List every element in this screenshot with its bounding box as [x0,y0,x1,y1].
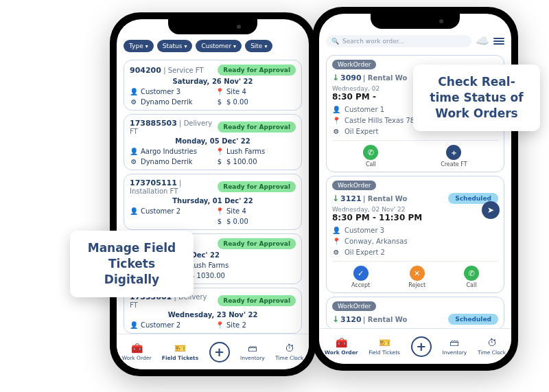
work-order-card[interactable]: WorkOrder ↓3120 | Rental Wo Scheduled [326,297,504,328]
plus-icon: ＋ [446,145,461,160]
site: Site 4 [226,207,246,215]
ticket-date: 01 Dec' 22 [179,249,296,261]
pin-icon: 📍 [215,321,224,329]
person-icon: 👤 [332,105,340,113]
briefcase-icon: 🧰 [335,337,347,348]
check-icon: ✓ [353,266,369,281]
create-ft-action[interactable]: ＋Create FT [441,145,467,168]
call-action[interactable]: ✆Call [363,145,378,168]
status-badge: Ready for Approval [218,181,296,192]
expert: Oil Expert 2 [344,249,385,256]
amount: $ 0.00 [226,98,248,106]
customer: Customer 3 [344,227,384,234]
nav-work-order[interactable]: 🧰Work Order [122,343,152,361]
pin-icon: 📍 [332,237,340,245]
chevron-down-icon: ▾ [233,43,236,49]
filter-row: Type▾ Status▾ Customer▾ Site▾ [117,37,309,56]
wo-tag: WorkOrder [332,60,376,69]
wo-id-row: ↓3120 | Rental Wo [332,314,407,324]
call-action[interactable]: ✆Call [464,266,479,288]
nav-field-tickets[interactable]: 🎫Field Tickets [369,337,400,356]
add-button[interactable]: + [411,336,432,357]
work-order-card[interactable]: WorkOrder ➤ ↓3121 | Rental Wo Scheduled … [326,176,504,293]
amount: $ 100.00 [226,158,257,165]
search-row: 🔍 Search work order... ☁️ [319,32,511,51]
gear-icon: ⚙ [130,97,138,106]
chip-label: Status [163,43,183,49]
bottom-nav: 🧰Work Order 🎫Field Tickets + 🗃Inventory … [117,334,309,369]
menu-icon[interactable] [493,38,504,45]
nav-inventory[interactable]: 🗃Inventory [442,337,467,356]
customer: Customer 2 [141,207,180,215]
site: Lush Farms [190,262,229,269]
filter-customer[interactable]: Customer▾ [196,40,242,52]
wo-id-row: ↓3090 | Rental Wo [332,73,407,82]
wo-id-row: ↓3121 | Rental Wo [332,194,407,203]
phone-work-orders: 🔍 Search work order... ☁️ WorkOrder ↓309… [312,7,518,371]
dollar-icon: $ [215,157,224,165]
ticket-type: | Service FT [163,67,203,74]
ticket-card[interactable]: 904200 | Service FT Ready for Approval S… [124,60,302,111]
action-row: ✓Accept ✕Reject ✆Call [332,261,498,288]
nav-time-clock[interactable]: ⏱Time Clock [478,337,506,356]
status-badge: Ready for Approval [218,65,296,76]
ticket-id: 904200 [130,66,161,75]
nav-time-clock[interactable]: ⏱Time Clock [275,343,303,361]
nav-inventory[interactable]: 🗃Inventory [240,343,265,361]
arrow-down-icon: ↓ [332,73,339,82]
callout-manage-tickets: Manage Field Tickets Digitally [70,231,194,297]
ticket-icon: 🎫 [378,337,390,348]
inventory-icon: 🗃 [448,337,460,348]
chip-label: Customer [201,43,231,49]
ticket-card[interactable]: 173885503 | Delivery FT Ready for Approv… [124,114,302,170]
ticket-id: 173885503 [130,119,177,128]
content-area: 🔍 Search work order... ☁️ WorkOrder ↓309… [319,14,511,328]
chevron-down-icon: ▾ [264,43,267,49]
briefcase-icon: 🧰 [130,343,143,354]
nav-work-order[interactable]: 🧰Work Order [325,337,358,356]
screen: Type▾ Status▾ Customer▾ Site▾ 904200 | S… [117,19,309,369]
dollar-icon: $ [215,97,224,106]
amount: $ 1030.00 [190,272,225,279]
person-icon: 👤 [130,207,138,215]
status-badge: Ready for Approval [218,122,296,132]
clock-icon: ⏱ [486,337,498,348]
status-badge: Scheduled [448,314,498,325]
gear-icon: ⚙ [332,127,340,135]
cloud-icon[interactable]: ☁️ [476,34,489,47]
status-badge: Ready for Approval [218,295,296,306]
ticket-date: Thursday, 01 Dec' 22 [130,195,296,207]
accept-action[interactable]: ✓Accept [351,266,370,288]
ticket-date: Monday, 05 Dec' 22 [130,135,296,147]
customer: Customer 2 [141,321,180,329]
filter-type[interactable]: Type▾ [124,40,154,52]
chip-label: Site [250,43,262,49]
reject-action[interactable]: ✕Reject [408,266,425,288]
ticket-date: Saturday, 26 Nov' 22 [130,76,296,87]
notch [371,14,460,29]
clock-icon: ⏱ [283,343,296,354]
status-badge: Ready for Approval [218,238,296,249]
pin-icon: 📍 [215,207,224,215]
ticket-icon: 🎫 [174,343,186,354]
vendor: Dynamo Derrik [141,98,193,106]
amount: $ 0.00 [226,218,248,225]
vendor: Dynamo Derrik [141,158,193,165]
ticket-card[interactable]: 173705111 | Installation FT Ready for Ap… [124,174,302,230]
site: Lush Farms [226,148,265,155]
chevron-down-icon: ▾ [145,43,148,49]
nav-field-tickets[interactable]: 🎫Field Tickets [162,343,198,361]
add-button[interactable]: + [209,342,230,362]
inventory-icon: 🗃 [246,343,259,354]
filter-status[interactable]: Status▾ [157,40,193,52]
customer: Customer 3 [141,88,180,95]
directions-button[interactable]: ➤ [482,201,500,219]
wo-tag: WorkOrder [332,181,376,190]
customer: Customer 1 [344,106,384,113]
filter-site[interactable]: Site▾ [245,40,272,52]
arrow-down-icon: ↓ [332,314,339,324]
pin-icon: 📍 [215,147,224,155]
ticket-date: Wednesday, 23 Nov' 22 [130,309,296,321]
search-input[interactable]: 🔍 Search work order... [326,35,471,47]
search-placeholder: Search work order... [342,38,404,45]
